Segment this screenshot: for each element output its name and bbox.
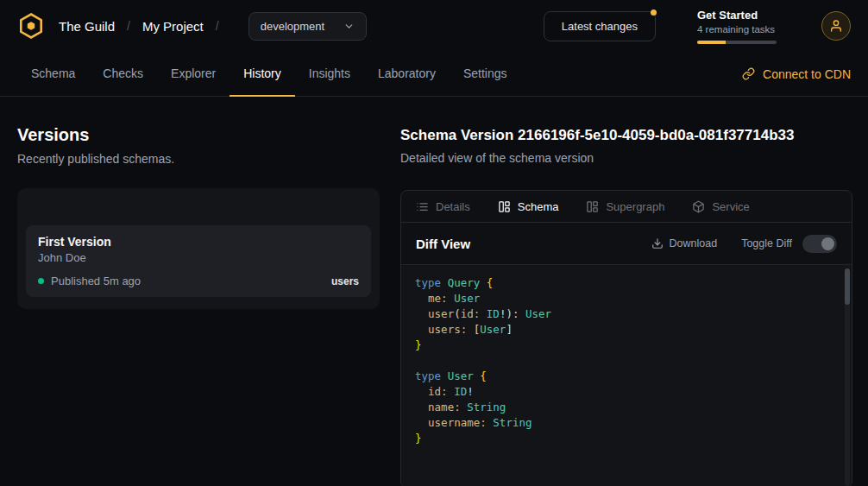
version-detail-tabs: Details Schema Supergraph Service bbox=[401, 191, 852, 223]
versions-panel: Versions Recently published schemas. Fir… bbox=[17, 125, 380, 309]
scrollbar-thumb[interactable] bbox=[845, 268, 850, 305]
version-author: John Doe bbox=[38, 251, 359, 264]
tab-supergraph-label: Supergraph bbox=[606, 200, 664, 213]
get-started-title: Get Started bbox=[697, 9, 777, 22]
layout-icon bbox=[586, 200, 599, 213]
diff-toggle-knob bbox=[821, 237, 834, 250]
download-label: Download bbox=[670, 237, 718, 249]
version-detail-title: Schema Version 2166196f-5e10-4059-bd0a-0… bbox=[400, 127, 852, 144]
tab-schema-view-label: Schema bbox=[518, 200, 559, 213]
tab-service[interactable]: Service bbox=[692, 200, 749, 213]
versions-subtitle: Recently published schemas. bbox=[17, 152, 380, 166]
layout-icon bbox=[498, 200, 511, 213]
code-block: type Query { me: User user(id: ID!): Use… bbox=[415, 275, 838, 446]
breadcrumb-project[interactable]: My Project bbox=[142, 19, 204, 34]
person-icon bbox=[829, 19, 843, 33]
tab-laboratory[interactable]: Laboratory bbox=[364, 52, 450, 97]
breadcrumb-org[interactable]: The Guild bbox=[59, 19, 115, 34]
version-list-item[interactable]: First Version John Doe Published 5m ago … bbox=[26, 225, 371, 297]
tab-details[interactable]: Details bbox=[416, 200, 470, 213]
latest-changes-button[interactable]: Latest changes bbox=[544, 11, 656, 41]
diff-view-title: Diff View bbox=[416, 237, 470, 251]
tab-settings[interactable]: Settings bbox=[450, 52, 521, 97]
user-avatar[interactable] bbox=[821, 11, 851, 41]
target-selector-value: development bbox=[261, 20, 324, 33]
service-badge: users bbox=[331, 275, 359, 287]
project-nav: Schema Checks Explorer History Insights … bbox=[0, 52, 868, 97]
tab-insights[interactable]: Insights bbox=[295, 52, 364, 97]
diff-toggle-switch[interactable] bbox=[802, 235, 837, 253]
download-button[interactable]: Download bbox=[651, 237, 718, 249]
tab-history[interactable]: History bbox=[230, 52, 295, 97]
download-icon bbox=[651, 237, 664, 249]
version-meta-row: Published 5m ago users bbox=[38, 275, 359, 287]
schema-code-viewer: type Query { me: User user(id: ID!): Use… bbox=[401, 264, 852, 486]
list-icon bbox=[416, 200, 429, 213]
diff-view-controls: Download Toggle Diff bbox=[651, 235, 837, 253]
breadcrumb-separator: / bbox=[127, 19, 130, 33]
tab-explorer[interactable]: Explorer bbox=[157, 52, 230, 97]
tab-service-label: Service bbox=[712, 200, 749, 213]
get-started-progress-fill bbox=[697, 41, 726, 44]
tab-checks[interactable]: Checks bbox=[89, 52, 157, 97]
published-status-dot bbox=[38, 278, 44, 284]
version-status: Published 5m ago bbox=[51, 275, 141, 287]
box-icon bbox=[692, 200, 705, 213]
notification-dot bbox=[651, 9, 657, 16]
target-selector[interactable]: development bbox=[248, 12, 367, 41]
version-detail-card: Details Schema Supergraph Service bbox=[400, 190, 852, 486]
get-started-subtitle: 4 remaining tasks bbox=[697, 24, 777, 35]
diff-view-header: Diff View Download Toggle Diff bbox=[401, 223, 852, 264]
tab-schema[interactable]: Schema bbox=[17, 52, 89, 97]
link-icon bbox=[742, 67, 755, 80]
version-detail-panel: Schema Version 2166196f-5e10-4059-bd0a-0… bbox=[400, 127, 852, 486]
version-detail-subtitle: Detailed view of the schema version bbox=[400, 151, 852, 165]
get-started-widget[interactable]: Get Started 4 remaining tasks bbox=[697, 9, 777, 44]
app-header: The Guild / My Project / development Lat… bbox=[0, 0, 868, 52]
get-started-progress bbox=[697, 41, 777, 44]
versions-list-card: First Version John Doe Published 5m ago … bbox=[17, 188, 380, 309]
breadcrumb-separator: / bbox=[216, 19, 219, 33]
toggle-diff-label: Toggle Diff bbox=[741, 237, 792, 249]
tab-details-label: Details bbox=[436, 200, 470, 213]
connect-to-cdn-label: Connect to CDN bbox=[763, 67, 851, 81]
versions-title: Versions bbox=[17, 125, 380, 145]
chevron-down-icon bbox=[343, 21, 355, 32]
latest-changes-label: Latest changes bbox=[562, 20, 638, 33]
scrollbar-track bbox=[845, 268, 850, 486]
tab-supergraph[interactable]: Supergraph bbox=[586, 200, 664, 213]
version-name: First Version bbox=[38, 235, 359, 249]
connect-to-cdn-link[interactable]: Connect to CDN bbox=[742, 52, 851, 96]
hive-logo-icon[interactable] bbox=[17, 12, 45, 40]
tab-schema-view[interactable]: Schema bbox=[498, 200, 559, 213]
header-right: Latest changes Get Started 4 remaining t… bbox=[544, 9, 851, 44]
